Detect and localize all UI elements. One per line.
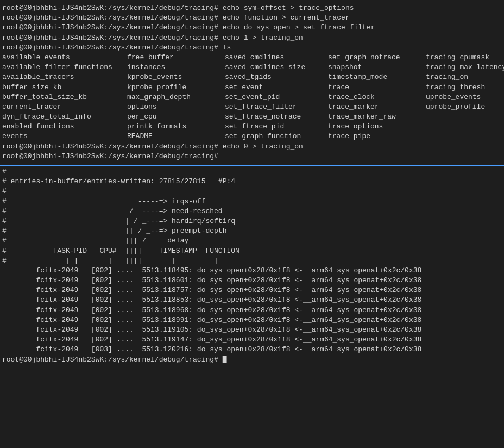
ls-item: tracing_cpumask: [426, 53, 504, 63]
header-comment-3: # _-----=> irqs-off: [2, 197, 502, 207]
ls-item: [426, 132, 504, 141]
header-comment-5: # | / _---=> hardirq/softirq: [2, 216, 502, 226]
ls-item: set_event: [225, 83, 328, 92]
trace-row-8: fcitx-2049 [003] .... 5513.120216: do_sy…: [2, 345, 502, 354]
ls-item: saved_tgids: [225, 72, 328, 82]
ls-item: snapshot: [328, 63, 426, 72]
ls-item: kprobe_profile: [127, 83, 225, 92]
top-section: root@00jbhbhi-IJS4nb2SwK:/sys/kernel/deb…: [0, 2, 504, 163]
ls-item: current_tracer: [2, 102, 127, 112]
ls-item: buffer_total_size_kb: [2, 92, 127, 102]
trace-row-5: fcitx-2049 [002] .... 5513.118991: do_sy…: [2, 315, 502, 325]
ls-item: set_ftrace_filter: [225, 102, 328, 112]
ls-item: set_ftrace_notrace: [225, 112, 328, 122]
ls-item: trace_marker_raw: [328, 112, 426, 122]
header-comment-2: #: [2, 186, 502, 196]
ls-item: [426, 122, 504, 132]
trace-row-1: fcitx-2049 [002] .... 5513.118601: do_sy…: [2, 276, 502, 285]
ls-item: max_graph_depth: [127, 92, 225, 102]
ls-item: printk_formats: [127, 122, 225, 132]
ls-item: trace_clock: [328, 92, 426, 102]
ls-item: saved_cmdlines_size: [225, 63, 328, 72]
ls-item: buffer_size_kb: [2, 83, 127, 92]
header-comment-0: #: [2, 167, 502, 177]
ls-item: trace: [328, 83, 426, 92]
ls-item: kprobe_events: [127, 72, 225, 82]
ls-item: trace_pipe: [328, 132, 426, 141]
header-comment-4: # / _----=> need-resched: [2, 207, 502, 216]
ls-item: options: [127, 102, 225, 112]
ls-item: trace_marker: [328, 102, 426, 112]
trace-row-7: fcitx-2049 [002] .... 5513.119147: do_sy…: [2, 335, 502, 345]
ls-item: events: [2, 132, 127, 141]
header-comment-7: # ||| / delay: [2, 236, 502, 246]
trace-row-4: fcitx-2049 [002] .... 5513.118968: do_sy…: [2, 306, 502, 315]
ls-item: tracing_on: [426, 72, 504, 82]
ls-item: timestamp_mode: [328, 72, 426, 82]
ls-output: available_eventsfree_buffersaved_cmdline…: [2, 53, 502, 142]
header-comment-8: # TASK-PID CPU# |||| TIMESTAMP FUNCTION: [2, 246, 502, 256]
ls-item: tracing_max_latency: [426, 63, 504, 72]
ls-item: instances: [127, 63, 225, 72]
cmd-line-2: root@00jbhbhi-IJS4nb2SwK:/sys/kernel/deb…: [2, 13, 502, 23]
ls-item: trace_options: [328, 122, 426, 132]
ls-item: README: [127, 132, 225, 141]
ls-item: set_graph_function: [225, 132, 328, 141]
ls-item: available_tracers: [2, 72, 127, 82]
terminal: root@00jbhbhi-IJS4nb2SwK:/sys/kernel/deb…: [0, 0, 504, 368]
trace-row-2: fcitx-2049 [002] .... 5513.118757: do_sy…: [2, 285, 502, 295]
ls-item: set_ftrace_pid: [225, 122, 328, 132]
ls-item: free_buffer: [127, 53, 225, 63]
cmd-line-5: root@00jbhbhi-IJS4nb2SwK:/sys/kernel/deb…: [2, 43, 502, 53]
trace-row-3: fcitx-2049 [002] .... 5513.118853: do_sy…: [2, 295, 502, 305]
cmd-after-ls-2: root@00jbhbhi-IJS4nb2SwK:/sys/kernel/deb…: [2, 152, 502, 161]
ls-item: set_event_pid: [225, 92, 328, 102]
cmd-line-1: root@00jbhbhi-IJS4nb2SwK:/sys/kernel/deb…: [2, 3, 502, 13]
ls-item: per_cpu: [127, 112, 225, 122]
ls-item: uprobe_profile: [426, 102, 504, 112]
cmd-line-4: root@00jbhbhi-IJS4nb2SwK:/sys/kernel/deb…: [2, 33, 502, 43]
ls-item: uprobe_events: [426, 92, 504, 102]
ls-item: available_events: [2, 53, 127, 63]
trace-row-0: fcitx-2049 [002] .... 5513.118495: do_sy…: [2, 266, 502, 276]
ls-item: saved_cmdlines: [225, 53, 328, 63]
ls-item: [426, 112, 504, 122]
ls-item: tracing_thresh: [426, 83, 504, 92]
cmd-line-3: root@00jbhbhi-IJS4nb2SwK:/sys/kernel/deb…: [2, 23, 502, 33]
bottom-section: ## entries-in-buffer/entries-written: 27…: [0, 165, 504, 366]
header-comment-9: # | | | |||| | |: [2, 256, 502, 266]
cmd-after-ls-1: root@00jbhbhi-IJS4nb2SwK:/sys/kernel/deb…: [2, 142, 502, 152]
header-comment-1: # entries-in-buffer/entries-written: 278…: [2, 177, 502, 186]
ls-item: dyn_ftrace_total_info: [2, 112, 127, 122]
final-prompt[interactable]: root@00jbhbhi-IJS4nb2SwK:/sys/kernel/deb…: [2, 355, 502, 365]
ls-item: set_graph_notrace: [328, 53, 426, 63]
trace-row-6: fcitx-2049 [002] .... 5513.119105: do_sy…: [2, 325, 502, 335]
ls-item: available_filter_functions: [2, 63, 127, 72]
ls-item: enabled_functions: [2, 122, 127, 132]
header-comment-6: # || / _--=> preempt-depth: [2, 226, 502, 236]
